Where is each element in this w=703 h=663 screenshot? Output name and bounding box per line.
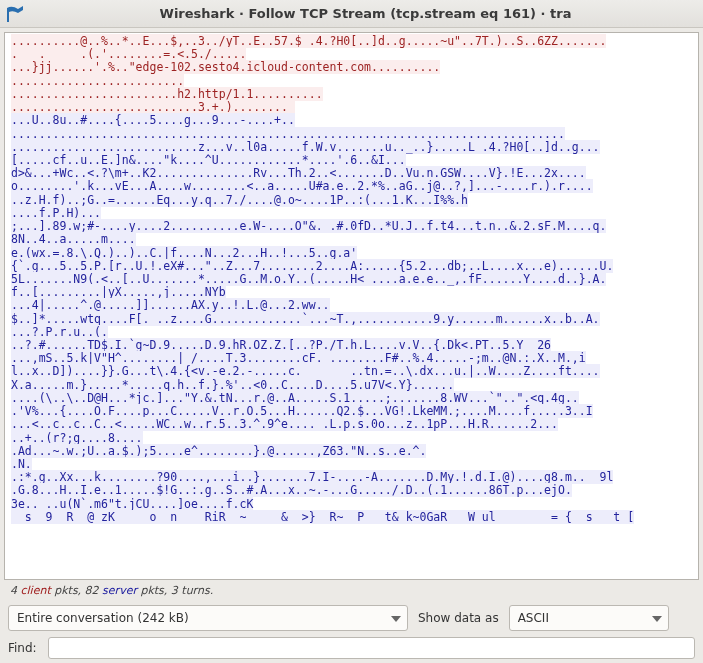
stats-server-label: server bbox=[102, 584, 137, 597]
find-label: Find: bbox=[8, 641, 42, 655]
find-input[interactable] bbox=[48, 637, 695, 659]
server-segment: 5L.......N9(.<..[..U.......*.....G..M.o.… bbox=[11, 272, 606, 286]
server-segment: ........................................… bbox=[11, 127, 565, 141]
server-segment: ....f.P.H)... bbox=[11, 206, 101, 220]
conversation-combo[interactable]: Entire conversation (242 kB) bbox=[8, 605, 408, 631]
server-segment: ;...].89.w;#-....y....2..........e.W-...… bbox=[11, 219, 606, 233]
window-title: Wireshark · Follow TCP Stream (tcp.strea… bbox=[34, 6, 697, 21]
server-segment: ..?.#......TD$.I.`g~D.9.....D.9.hR.OZ.Z.… bbox=[11, 338, 551, 352]
server-segment: ...4|.....^.@.....]]......AX.y..!.L.@...… bbox=[11, 298, 330, 312]
server-segment: e.(wx.=.8.\.Q.)..)..C.|f....N...2...H..!… bbox=[11, 246, 357, 260]
server-segment: ...U..8u..#....{....5....g...9...-....+.… bbox=[11, 113, 295, 127]
server-segment: ..z.H.f)..;G..=......Eq...y.q..7./....@.… bbox=[11, 193, 468, 207]
server-segment: d>&...+Wc..<.?\m+..K2..............Rv...… bbox=[11, 166, 586, 180]
server-segment: [.....cf..u..E.]n&...."k....^U..........… bbox=[11, 153, 406, 167]
server-segment: ...........................z...v..l0a...… bbox=[11, 140, 600, 154]
show-as-selected: ASCII bbox=[518, 611, 549, 625]
stream-stats: 4 client pkts, 82 server pkts, 3 turns. bbox=[0, 582, 703, 601]
server-segment: .Ad...~.w.;U..a.$.);5....e^........}.@..… bbox=[11, 444, 426, 458]
client-segment: ......................... bbox=[11, 74, 184, 88]
server-segment: 3e.._..u(N`.m6"t.jCU....]oe....f.cK bbox=[11, 497, 253, 511]
server-segment: ....(\..\..D@H...*jc.]..."Y.&.tN...r.@..… bbox=[11, 391, 579, 405]
client-segment: ..........@..%..*..E...$,..3../yT..E..57… bbox=[11, 34, 606, 48]
server-segment: .N. bbox=[11, 457, 32, 471]
server-segment: .:*.g..Xx...k........?90....,...i..}....… bbox=[11, 470, 613, 484]
server-segment: ...<..c..c..C..<.....WC..w..r.5..3.^.9^e… bbox=[11, 417, 558, 431]
chevron-down-icon bbox=[652, 611, 662, 625]
client-segment: ........................h2.http/1.1.....… bbox=[11, 87, 323, 101]
show-as-label: Show data as bbox=[418, 611, 499, 625]
server-segment: ..+..(r?;g....8.... bbox=[11, 431, 143, 445]
client-segment: ...}jj......'.%.."edge-102.sesto4.icloud… bbox=[11, 60, 440, 74]
server-segment: $..]*.....wtq....F[. ..z....G...........… bbox=[11, 312, 600, 326]
show-as-combo[interactable]: ASCII bbox=[509, 605, 669, 631]
server-segment: .'V%...{....O.F....p...C.....V..r.O.5...… bbox=[11, 404, 593, 418]
wireshark-fin-icon bbox=[6, 4, 26, 24]
conversation-selected: Entire conversation (242 kB) bbox=[17, 611, 189, 625]
server-segment: s 9 R @ zK o n RiR ~ & >} R~ P t& k~0GaR… bbox=[11, 510, 634, 524]
server-segment: l..x..D])....}}.G...t\.4.{<v.-e.2.-.....… bbox=[11, 364, 600, 378]
server-segment: {`.g...5..5.P.[r..U.!.eX#..."..Z...7....… bbox=[11, 259, 613, 273]
stats-client-label: client bbox=[21, 584, 51, 597]
server-segment: f..[.........|yX.....,j.....NYb bbox=[11, 285, 226, 299]
server-segment: o........'.k...vE...A....w........<..a..… bbox=[11, 179, 593, 193]
controls-row: Entire conversation (242 kB) Show data a… bbox=[0, 601, 703, 637]
server-segment: ...?.P.r.u..(. bbox=[11, 325, 108, 339]
find-row: Find: bbox=[0, 637, 703, 663]
server-segment: 8N..4..a.....m.... bbox=[11, 232, 136, 246]
stats-client-pkts: 4 bbox=[10, 584, 17, 597]
tcp-stream-content[interactable]: ..........@..%..*..E...$,..3../yT..E..57… bbox=[4, 32, 699, 580]
titlebar: Wireshark · Follow TCP Stream (tcp.strea… bbox=[0, 0, 703, 28]
server-segment: .G.8...H..I.e..1.....$!G..:.g..S..#.A...… bbox=[11, 483, 572, 497]
server-segment: ...,mS..5.k|V"H^........| /....T.3......… bbox=[11, 351, 586, 365]
client-segment: ...........................3.+.)........ bbox=[11, 100, 295, 114]
chevron-down-icon bbox=[391, 611, 401, 625]
client-segment: . . .(.'........=.<.5./..... bbox=[11, 47, 246, 61]
server-segment: X.a.....m.}.....*.....q.h..f.}.%'..<0..C… bbox=[11, 378, 454, 392]
